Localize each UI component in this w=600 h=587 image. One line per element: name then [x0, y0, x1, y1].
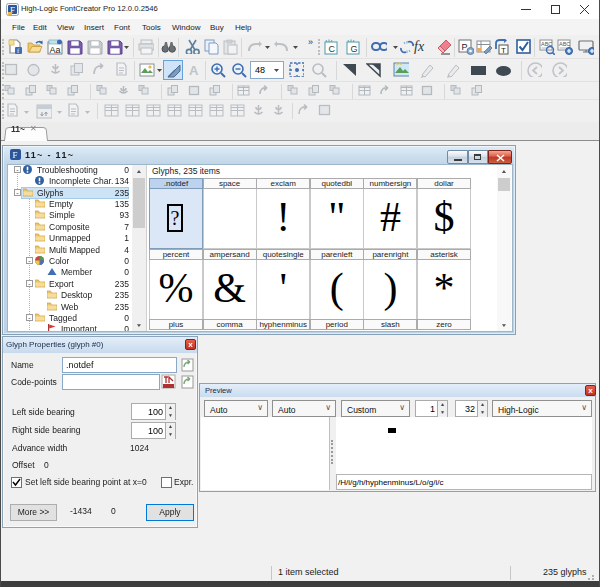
svg-text:Aa: Aa	[50, 45, 61, 55]
svg-text:C: C	[329, 44, 336, 54]
svg-text:ABC: ABC	[559, 41, 570, 47]
svg-text:F: F	[13, 150, 18, 160]
svg-text:P: P	[462, 42, 468, 52]
svg-text:T: T	[501, 46, 506, 55]
svg-text:G: G	[351, 44, 358, 54]
